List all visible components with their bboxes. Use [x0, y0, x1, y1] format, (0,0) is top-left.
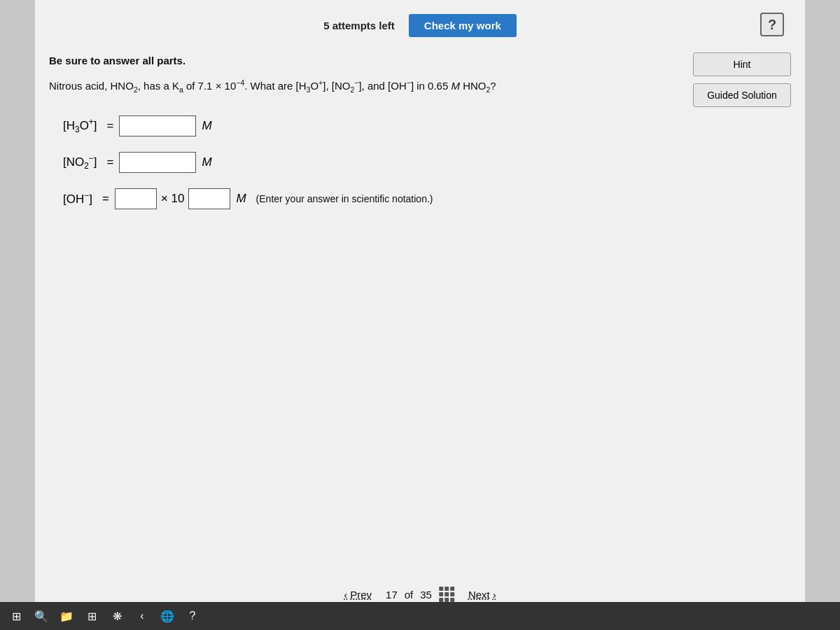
- taskbar-help-icon[interactable]: ?: [182, 606, 203, 626]
- h3o-unit: M: [202, 119, 211, 133]
- h3o-input[interactable]: [119, 115, 196, 136]
- top-bar: 5 attempts left Check my work ?: [49, 7, 791, 48]
- taskbar-arrow-icon[interactable]: ‹: [132, 606, 153, 626]
- be-sure-text: Be sure to answer all parts.: [49, 55, 791, 66]
- main-content: 5 attempts left Check my work ? Hint Gui…: [35, 0, 805, 602]
- no2-label: [NO2−]: [63, 153, 97, 171]
- no2-row: [NO2−] = M: [63, 152, 791, 173]
- next-button[interactable]: Next ›: [468, 589, 496, 601]
- prev-chevron: ‹: [344, 589, 347, 601]
- next-chevron: ›: [493, 589, 496, 601]
- question-text: Nitrous acid, HNO2, has a Ka of 7.1 × 10…: [49, 77, 623, 96]
- attempts-label: attempts left: [332, 20, 395, 31]
- input-rows: [H3O+] = M [NO2−] = M [OH−] = × 10 M (En…: [63, 115, 791, 209]
- times-ten-label: × 10: [161, 192, 185, 206]
- current-page: 17: [386, 589, 398, 601]
- oh-notation-note: (Enter your answer in scientific notatio…: [256, 193, 433, 204]
- attempts-left-text: 5 attempts left: [323, 20, 395, 31]
- oh-label: [OH−]: [63, 190, 92, 206]
- oh-equals: =: [102, 192, 109, 206]
- total-pages: 35: [420, 589, 432, 601]
- taskbar: ⊞ 🔍 📁 ⊞ ❋ ‹ 🌐 ?: [0, 602, 840, 630]
- page-info: 17 of 35: [386, 587, 454, 602]
- taskbar-search-icon[interactable]: 🔍: [31, 606, 52, 626]
- oh-coefficient-input[interactable]: [115, 188, 157, 209]
- bottom-navigation: ‹ Prev 17 of 35 Next ›: [344, 587, 496, 602]
- grid-icon[interactable]: [439, 587, 454, 602]
- taskbar-folder-icon[interactable]: 📁: [56, 606, 77, 626]
- oh-row: [OH−] = × 10 M (Enter your answer in sci…: [63, 188, 791, 209]
- h3o-label: [H3O+]: [63, 117, 97, 134]
- taskbar-misc-icon[interactable]: ❋: [106, 606, 127, 626]
- h3o-equals: =: [107, 119, 114, 133]
- check-my-work-button[interactable]: Check my work: [409, 14, 517, 37]
- oh-exponent-input[interactable]: [188, 188, 230, 209]
- help-icon[interactable]: ?: [760, 13, 784, 36]
- attempts-count: 5: [323, 20, 329, 31]
- guided-solution-button[interactable]: Guided Solution: [693, 83, 791, 107]
- prev-label: Prev: [350, 589, 372, 601]
- right-sidebar: Hint Guided Solution: [693, 52, 791, 107]
- oh-unit: M: [236, 192, 246, 206]
- taskbar-browser-icon[interactable]: 🌐: [157, 606, 178, 626]
- no2-input[interactable]: [119, 152, 196, 173]
- taskbar-windows-icon[interactable]: ⊞: [81, 606, 102, 626]
- of-label: of: [405, 589, 414, 601]
- no2-equals: =: [107, 155, 114, 169]
- hint-button[interactable]: Hint: [693, 52, 791, 76]
- h3o-row: [H3O+] = M: [63, 115, 791, 136]
- taskbar-start-icon[interactable]: ⊞: [6, 606, 27, 626]
- no2-unit: M: [202, 155, 211, 169]
- prev-button[interactable]: ‹ Prev: [344, 589, 372, 601]
- next-label: Next: [468, 589, 490, 601]
